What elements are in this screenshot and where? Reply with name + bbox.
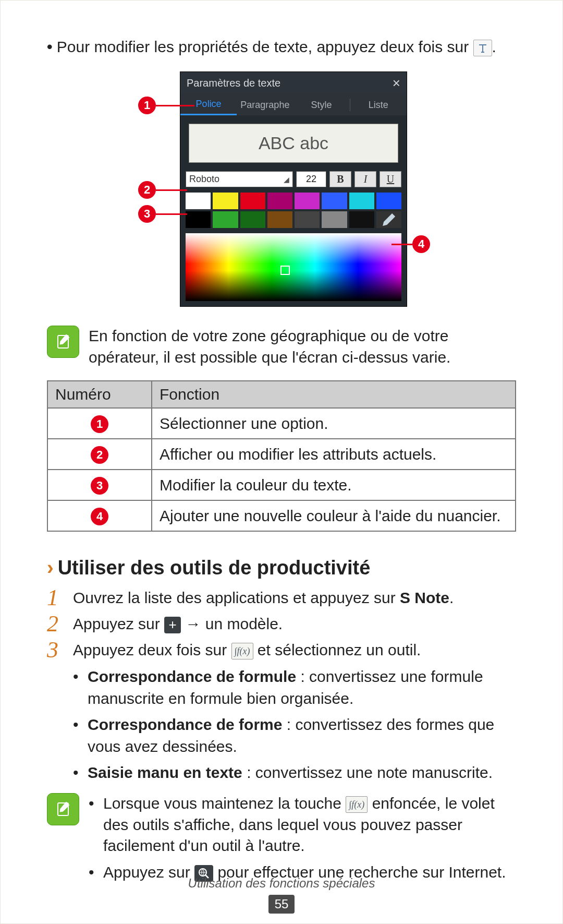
color-swatch[interactable] (349, 193, 374, 209)
color-swatch[interactable] (295, 211, 320, 228)
underline-button[interactable]: U (380, 171, 401, 187)
note-box-1: En fonction de votre zone géographique o… (47, 326, 516, 368)
callout-4: 4 (412, 235, 430, 253)
callout-3: 3 (138, 205, 156, 223)
font-size-input[interactable]: 22 (296, 171, 326, 187)
step-2: 2Appuyez sur + → un modèle. (47, 613, 516, 635)
color-swatch[interactable] (322, 193, 347, 209)
color-swatch[interactable] (213, 193, 238, 209)
color-swatches (180, 190, 407, 233)
tab-paragraphe[interactable]: Paragraphe (237, 95, 293, 115)
fx-icon: ∫f(x) (346, 796, 368, 813)
eyedropper-icon[interactable] (376, 211, 401, 228)
function-table: NuméroFonction 1Sélectionner une option.… (47, 380, 516, 532)
color-swatch[interactable] (267, 211, 292, 228)
step-1: 1Ouvrez la liste des applications et app… (47, 586, 516, 609)
color-swatch[interactable] (376, 193, 401, 209)
panel-title-text: Paramètres de texte (187, 77, 280, 89)
font-preview: ABC abc (189, 124, 398, 163)
intro-text: Pour modifier les propriétés de texte, a… (57, 38, 473, 55)
close-icon[interactable]: × (393, 75, 400, 91)
font-select[interactable]: Roboto◢ (186, 171, 293, 187)
text-tool-icon (473, 40, 492, 56)
steps-list: 1Ouvrez la liste des applications et app… (47, 586, 516, 662)
th-numero: Numéro (47, 381, 152, 408)
panel-titlebar: Paramètres de texte × (180, 72, 407, 94)
color-swatch[interactable] (240, 193, 265, 209)
note-box-2: •Lorsque vous maintenez la touche ∫f(x) … (47, 793, 516, 883)
tab-style[interactable]: Style (293, 95, 350, 115)
color-swatch[interactable] (240, 211, 265, 228)
page-number: 55 (268, 895, 295, 914)
section-heading: ›Utiliser des outils de productivité (47, 557, 516, 579)
color-swatch[interactable] (322, 211, 347, 228)
tools-list: Correspondance de formule : convertissez… (73, 666, 516, 784)
footer-title: Utilisation des fonctions spéciales (0, 876, 563, 891)
tab-liste[interactable]: Liste (350, 95, 407, 115)
italic-button[interactable]: I (354, 171, 376, 187)
color-gradient[interactable] (186, 233, 401, 301)
table-row: 3Modifier la couleur du texte. (47, 470, 516, 500)
color-swatch[interactable] (349, 211, 374, 228)
text-settings-panel: Paramètres de texte × Police Paragraphe … (180, 71, 407, 307)
color-swatch[interactable] (267, 193, 292, 209)
note-icon (47, 793, 79, 825)
fx-icon: ∫f(x) (231, 643, 253, 659)
table-row: 2Afficher ou modifier les attributs actu… (47, 439, 516, 470)
callout-2: 2 (138, 181, 156, 199)
attr-row: Roboto◢ 22 B I U (180, 171, 407, 190)
list-item: Correspondance de forme : convertissez d… (73, 714, 516, 758)
color-swatch[interactable] (295, 193, 320, 209)
plus-icon: + (164, 617, 181, 633)
color-swatch[interactable] (186, 193, 211, 209)
note-text-1: En fonction de votre zone géographique o… (89, 326, 516, 368)
step-3: 3Appuyez deux fois sur ∫f(x) et sélectio… (47, 639, 516, 662)
panel-tabs: Police Paragraphe Style Liste (180, 94, 407, 115)
manual-page: • Pour modifier les propriétés de texte,… (0, 0, 563, 924)
color-swatch[interactable] (186, 211, 211, 228)
list-item: Saisie manu en texte : convertissez une … (73, 762, 516, 784)
note-icon (47, 326, 79, 358)
gradient-cursor (280, 266, 290, 275)
callout-1: 1 (138, 97, 156, 114)
intro-line: • Pour modifier les propriétés de texte,… (47, 37, 516, 57)
screenshot-figure: 1 2 3 4 Paramètres de texte × Police Par… (138, 71, 425, 307)
table-row: 4Ajouter une nouvelle couleur à l'aide d… (47, 500, 516, 531)
th-fonction: Fonction (152, 381, 516, 408)
color-swatch[interactable] (213, 211, 238, 228)
list-item: Correspondance de formule : convertissez… (73, 666, 516, 710)
bold-button[interactable]: B (329, 171, 351, 187)
table-row: 1Sélectionner une option. (47, 408, 516, 439)
